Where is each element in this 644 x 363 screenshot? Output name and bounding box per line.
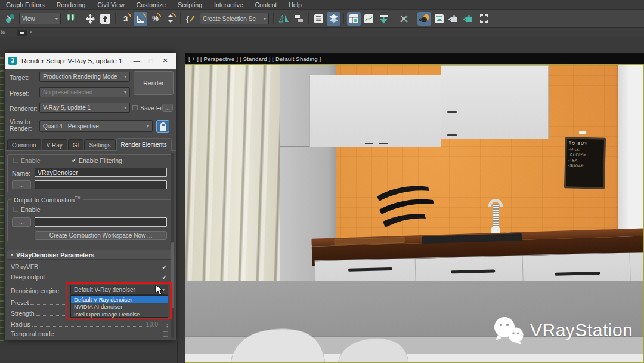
- save-file-checkbox[interactable]: [132, 105, 138, 110]
- preset-dropdown[interactable]: No preset selected ▾: [39, 87, 130, 97]
- radius-spinner[interactable]: ▴▾: [166, 323, 168, 328]
- preset-value: No preset selected: [43, 89, 92, 96]
- param-row-deep-output: Deep output ✔: [11, 273, 167, 281]
- menu-customize[interactable]: Customize: [131, 1, 172, 8]
- partial-label: te: [1, 29, 5, 35]
- target-dropdown[interactable]: Production Rendering Mode ▾: [39, 72, 130, 82]
- tab-common[interactable]: Common: [7, 139, 41, 151]
- menu-scripting[interactable]: Scripting: [172, 1, 208, 8]
- vraydenoiser-rollout-header[interactable]: ▾ VRayDenoiser Parameters: [7, 250, 174, 260]
- drawer-handle: [348, 267, 392, 272]
- panel-scrollbar[interactable]: [171, 153, 174, 338]
- blackboard-title: TO BUY: [569, 141, 602, 146]
- menu-interactive[interactable]: Interactive: [208, 1, 249, 8]
- scene-view[interactable]: TO BUY -MILK -CHEESE -TEA -SUGAR: [185, 64, 644, 363]
- align-icon[interactable]: [292, 12, 305, 26]
- scene-explorer-icon[interactable]: [312, 12, 326, 26]
- mirror-icon[interactable]: [277, 12, 290, 26]
- render-setup-dialog: 3 Render Setup: V-Ray 5, update 1 — □ ✕ …: [5, 53, 176, 340]
- select-and-place-icon[interactable]: [98, 12, 112, 26]
- renderer-value: V-Ray 5, update 1: [43, 104, 91, 111]
- chevron-down-icon: ▾: [122, 90, 126, 95]
- rollout-arrow-icon: ▾: [11, 252, 13, 257]
- element-path-field[interactable]: [35, 180, 167, 189]
- tab-gi[interactable]: GI: [68, 139, 84, 151]
- render-production-icon[interactable]: [447, 12, 461, 26]
- param-row-vrayvfb: VRayVFB ✔: [11, 263, 167, 270]
- view-to-render-dropdown[interactable]: Quad 4 - Perspective ▾: [39, 120, 153, 132]
- render-setup-icon[interactable]: [417, 12, 431, 26]
- dialog-title-bar[interactable]: 3 Render Setup: V-Ray 5, update 1 — □ ✕: [5, 53, 176, 69]
- option-default-vray-denoiser[interactable]: Default V-Ray denoiser: [71, 296, 168, 303]
- minimize-button[interactable]: —: [129, 55, 144, 67]
- combustion-browse-button[interactable]: ...: [12, 217, 31, 227]
- rendered-frame-window-icon[interactable]: [432, 12, 446, 26]
- enable-checkbox[interactable]: [13, 158, 18, 163]
- ribbon-toggle-icon[interactable]: [347, 12, 361, 26]
- pivot-pins-icon[interactable]: [63, 12, 77, 26]
- spinner-snap-icon[interactable]: [163, 12, 177, 26]
- named-selection-sets-icon[interactable]: {: [184, 12, 197, 26]
- menu-civil-view[interactable]: Civil View: [91, 1, 130, 8]
- view-dropdown[interactable]: View ▾: [19, 13, 61, 24]
- state-sets-grid-icon[interactable]: [477, 12, 491, 26]
- enable-filtering-label: Enable Filtering: [79, 157, 122, 164]
- snaps-toggle-3d-icon[interactable]: 3: [119, 12, 132, 26]
- renderer-dropdown[interactable]: V-Ray 5, update 1 ▾: [39, 103, 130, 113]
- chevron-down-icon[interactable]: ▾: [30, 30, 32, 35]
- enable-filtering-check-icon[interactable]: ✔: [72, 158, 76, 164]
- menu-rendering[interactable]: Rendering: [51, 1, 91, 8]
- layer-explorer-icon[interactable]: [327, 12, 340, 26]
- toolbar-separator: [308, 13, 309, 24]
- crossing-arrows-icon[interactable]: [397, 12, 411, 26]
- combustion-path-field[interactable]: [35, 217, 167, 227]
- schematic-view-icon[interactable]: [377, 12, 391, 26]
- select-and-link-icon[interactable]: [3, 12, 17, 26]
- option-nvidia-ai-denoiser[interactable]: NVIDIA AI denoiser: [71, 303, 168, 311]
- select-and-move-icon[interactable]: [83, 12, 97, 26]
- selection-set-value: Create Selection Se: [203, 16, 256, 22]
- view-to-render-label2: Render:: [10, 125, 32, 132]
- drawer-handle: [451, 269, 495, 273]
- viewport-label[interactable]: [ + ] [ Perspective ] [ Standard ] [ Def…: [185, 53, 644, 64]
- tab-render-elements[interactable]: Render Elements: [116, 138, 172, 151]
- temporal-mode-checkbox[interactable]: [163, 331, 168, 337]
- deep-output-check-icon[interactable]: ✔: [162, 274, 167, 281]
- save-file-browse-button[interactable]: ...: [162, 104, 173, 112]
- name-field[interactable]: VRayDenoiser: [35, 168, 167, 177]
- radius-value[interactable]: 10.0: [146, 321, 158, 328]
- maximize-button[interactable]: □: [144, 55, 158, 67]
- view-dropdown-value: View: [22, 16, 35, 22]
- wechat-logo-icon: [492, 316, 525, 344]
- close-button[interactable]: ✕: [158, 55, 172, 67]
- tab-settings[interactable]: Settings: [84, 139, 115, 151]
- param-label: Denoising engine: [11, 287, 59, 294]
- param-label: Temporal mode: [11, 330, 54, 337]
- selection-set-dropdown[interactable]: Create Selection Se ▾: [200, 13, 269, 24]
- curve-editor-icon[interactable]: [362, 12, 376, 26]
- percent-snap-icon[interactable]: %: [148, 12, 162, 26]
- main-toolbar: View ▾ 3 % {: [0, 10, 644, 28]
- angle-snap-toggle-icon[interactable]: [134, 12, 147, 26]
- element-browse-button[interactable]: ...: [12, 180, 31, 189]
- vrayvfb-check-icon[interactable]: ✔: [162, 264, 167, 270]
- white-chairs: [221, 321, 418, 363]
- menu-help[interactable]: Help: [283, 1, 308, 8]
- secondary-bar: te ▾: [0, 28, 644, 37]
- menu-graph-editors[interactable]: Graph Editors: [0, 1, 51, 8]
- lock-view-button[interactable]: [156, 120, 169, 133]
- perspective-viewport[interactable]: [ + ] [ Perspective ] [ Standard ] [ Def…: [185, 53, 644, 363]
- curtain: [185, 65, 284, 287]
- render-button[interactable]: Render: [134, 71, 174, 95]
- combustion-enable-checkbox[interactable]: [13, 207, 18, 212]
- create-combustion-workspace-button[interactable]: Create Combustion Workspace Now ...: [35, 231, 167, 240]
- panel-icon[interactable]: [17, 30, 27, 36]
- option-intel-open-image-denoise[interactable]: Intel Open Image Denoise: [71, 310, 168, 318]
- denoising-engine-dropdown[interactable]: Default V-Ray denoiser ▾: [70, 285, 168, 295]
- dialog-title: Render Setup: V-Ray 5, update 1: [21, 57, 122, 64]
- chevron-down-icon: ▾: [260, 16, 266, 21]
- activeshade-icon[interactable]: [462, 12, 476, 26]
- target-value: Production Rendering Mode: [43, 73, 117, 80]
- tab-vray[interactable]: V-Ray: [42, 139, 67, 151]
- menu-content[interactable]: Content: [249, 1, 283, 8]
